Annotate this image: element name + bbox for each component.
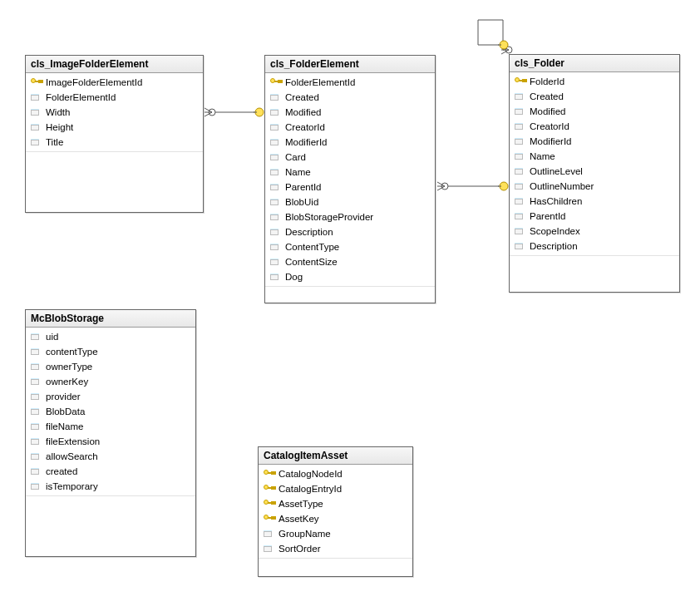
- table-cls-imagefolderelement[interactable]: cls_ImageFolderElement ImageFolderElemen…: [25, 55, 204, 213]
- column-row[interactable]: OutlineLevel: [510, 164, 679, 179]
- column-name: FolderElementId: [283, 77, 355, 87]
- column-row[interactable]: Card: [265, 150, 435, 165]
- column-name: BlobUid: [283, 197, 318, 207]
- column-name: FolderElementId: [44, 92, 116, 102]
- table-columns: FolderIdCreatedModifiedCreatorIdModifier…: [510, 72, 679, 255]
- column-name: CreatorId: [283, 122, 325, 132]
- column-name: OutlineNumber: [528, 181, 594, 191]
- column-name: Created: [528, 91, 564, 101]
- column-row[interactable]: Height: [26, 120, 203, 135]
- column-row[interactable]: ScopeIndex: [510, 224, 679, 239]
- column-name: Name: [283, 167, 311, 177]
- table-cls-folderelement[interactable]: cls_FolderElement FolderElementIdCreated…: [264, 55, 436, 303]
- column-row[interactable]: HasChildren: [510, 194, 679, 209]
- column-row[interactable]: Dog: [265, 269, 435, 284]
- column-name: allowSearch: [44, 451, 98, 461]
- column-row[interactable]: ContentType: [265, 239, 435, 254]
- column-row[interactable]: Name: [510, 149, 679, 164]
- column-row[interactable]: isTemporary: [26, 479, 195, 494]
- column-row[interactable]: GroupName: [259, 526, 412, 541]
- column-row[interactable]: Name: [265, 165, 435, 180]
- column-row[interactable]: Modified: [510, 104, 679, 119]
- column-icon: [513, 240, 526, 252]
- column-row[interactable]: Width: [26, 105, 203, 120]
- column-icon: [513, 225, 526, 237]
- column-icon: [513, 150, 526, 162]
- column-row[interactable]: Description: [265, 224, 435, 239]
- primary-key-icon: [29, 76, 42, 88]
- table-columns: CatalogNodeIdCatalogEntryIdAssetTypeAsse…: [259, 465, 412, 558]
- table-columns: uidcontentTypeownerTypeownerKeyproviderB…: [26, 328, 195, 495]
- column-row[interactable]: CreatorId: [265, 120, 435, 135]
- column-row[interactable]: BlobData: [26, 404, 195, 419]
- column-icon: [29, 361, 42, 372]
- column-name: Title: [44, 137, 63, 147]
- table-columns: ImageFolderElementIdFolderElementIdWidth…: [26, 73, 203, 151]
- column-row[interactable]: ModifierId: [265, 135, 435, 150]
- column-name: Dog: [283, 272, 303, 282]
- column-row[interactable]: Created: [265, 90, 435, 105]
- column-name: BlobData: [44, 406, 85, 416]
- column-row[interactable]: Modified: [265, 105, 435, 120]
- column-row[interactable]: created: [26, 464, 195, 479]
- column-row[interactable]: allowSearch: [26, 449, 195, 464]
- column-icon: [269, 241, 282, 253]
- column-name: contentType: [44, 347, 98, 357]
- column-icon: [513, 121, 526, 132]
- column-row[interactable]: AssetType: [259, 496, 412, 511]
- column-name: FolderId: [528, 76, 564, 86]
- column-row[interactable]: contentType: [26, 344, 195, 359]
- column-row[interactable]: CreatorId: [510, 119, 679, 134]
- column-name: ownerType: [44, 362, 92, 372]
- table-title: cls_Folder: [510, 55, 679, 72]
- column-row[interactable]: Description: [510, 239, 679, 254]
- column-icon: [269, 271, 282, 283]
- column-row[interactable]: provider: [26, 389, 195, 404]
- column-row[interactable]: CatalogNodeId: [259, 466, 412, 481]
- column-row[interactable]: FolderElementId: [26, 90, 203, 105]
- column-row[interactable]: Created: [510, 89, 679, 104]
- column-icon: [269, 136, 282, 148]
- column-row[interactable]: ContentSize: [265, 254, 435, 269]
- table-cls-folder[interactable]: cls_Folder FolderIdCreatedModifiedCreato…: [509, 54, 680, 293]
- column-icon: [269, 166, 282, 178]
- column-row[interactable]: ownerType: [26, 359, 195, 374]
- column-icon: [269, 211, 282, 223]
- relation-imagefolderelement-to-folderelement: [205, 108, 264, 116]
- column-row[interactable]: Title: [26, 135, 203, 150]
- column-row[interactable]: AssetKey: [259, 511, 412, 526]
- column-icon: [29, 91, 42, 103]
- column-icon: [269, 151, 282, 163]
- column-icon: [262, 528, 275, 539]
- column-name: Modified: [528, 106, 565, 116]
- column-name: BlobStorageProvider: [283, 212, 373, 222]
- column-name: uid: [44, 332, 58, 342]
- column-row[interactable]: BlobUid: [265, 195, 435, 209]
- column-row[interactable]: ModifierId: [510, 134, 679, 149]
- column-icon: [269, 91, 282, 103]
- column-name: CatalogNodeId: [277, 469, 343, 479]
- column-icon: [262, 543, 275, 554]
- column-name: AssetType: [277, 499, 323, 509]
- column-name: ContentSize: [283, 257, 338, 267]
- column-row[interactable]: fileExtension: [26, 434, 195, 449]
- table-mcblobstorage[interactable]: McBlobStorage uidcontentTypeownerTypeown…: [25, 309, 196, 557]
- column-row[interactable]: FolderId: [510, 74, 679, 89]
- table-title: cls_FolderElement: [265, 56, 435, 73]
- column-row[interactable]: OutlineNumber: [510, 179, 679, 194]
- column-row[interactable]: ParentId: [510, 209, 679, 224]
- column-row[interactable]: SortOrder: [259, 541, 412, 556]
- column-row[interactable]: BlobStorageProvider: [265, 209, 435, 224]
- column-row[interactable]: FolderElementId: [265, 75, 435, 90]
- column-icon: [29, 451, 42, 462]
- column-row[interactable]: uid: [26, 329, 195, 344]
- column-row[interactable]: fileName: [26, 419, 195, 434]
- column-icon: [269, 106, 282, 118]
- column-name: Description: [283, 227, 333, 237]
- column-row[interactable]: ImageFolderElementId: [26, 75, 203, 90]
- column-row[interactable]: ParentId: [265, 180, 435, 195]
- column-row[interactable]: ownerKey: [26, 374, 195, 389]
- table-catalogitemasset[interactable]: CatalogItemAsset CatalogNodeIdCatalogEnt…: [258, 446, 413, 577]
- column-row[interactable]: CatalogEntryId: [259, 481, 412, 496]
- column-icon: [29, 136, 42, 148]
